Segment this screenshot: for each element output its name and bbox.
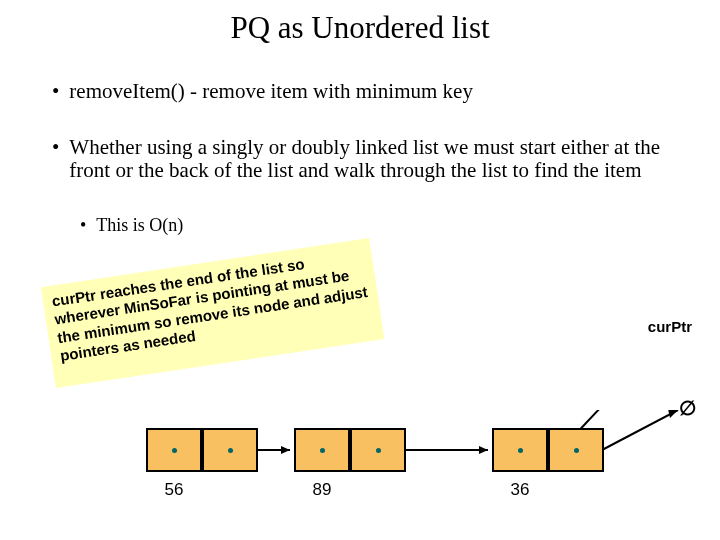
svg-marker-5 [479,446,488,454]
bullet-1-text: removeItem() - remove item with minimum … [69,80,473,104]
node-label: 89 [294,480,350,500]
node-next-cell [548,428,604,472]
node-next-cell [202,428,258,472]
bullet-2: • Whether using a singly or doubly linke… [52,136,680,183]
node-label: 36 [492,480,548,500]
slide: PQ as Unordered list • removeItem() - re… [0,10,720,540]
bullet-2-sub: • This is O(n) [80,215,680,235]
svg-marker-3 [281,446,290,454]
dot-icon [320,448,325,453]
bullet-2-sub-text: This is O(n) [96,215,183,235]
bullet-dot-icon: • [52,80,59,104]
list-node [492,428,604,472]
dot-icon [228,448,233,453]
list-node [146,428,258,472]
bullet-dot-icon: • [80,215,86,235]
dot-icon [172,448,177,453]
dot-icon [518,448,523,453]
page-title: PQ as Unordered list [0,10,720,46]
list-node [294,428,406,472]
svg-line-6 [602,410,678,450]
node-label: 56 [146,480,202,500]
linked-list-diagram: 56 89 36 [0,410,720,540]
node-data-cell [146,428,202,472]
svg-marker-7 [668,410,678,418]
node-data-cell [294,428,350,472]
note-overlay: curPtr reaches the end of the list so wh… [42,239,383,387]
curptr-label: curPtr [648,318,692,335]
node-next-cell [350,428,406,472]
bullets: • removeItem() - remove item with minimu… [0,80,720,235]
node-data-cell [492,428,548,472]
bullet-2-text: Whether using a singly or doubly linked … [69,136,680,183]
dot-icon [376,448,381,453]
dot-icon [574,448,579,453]
bullet-1: • removeItem() - remove item with minimu… [52,80,680,104]
bullet-dot-icon: • [52,136,59,183]
